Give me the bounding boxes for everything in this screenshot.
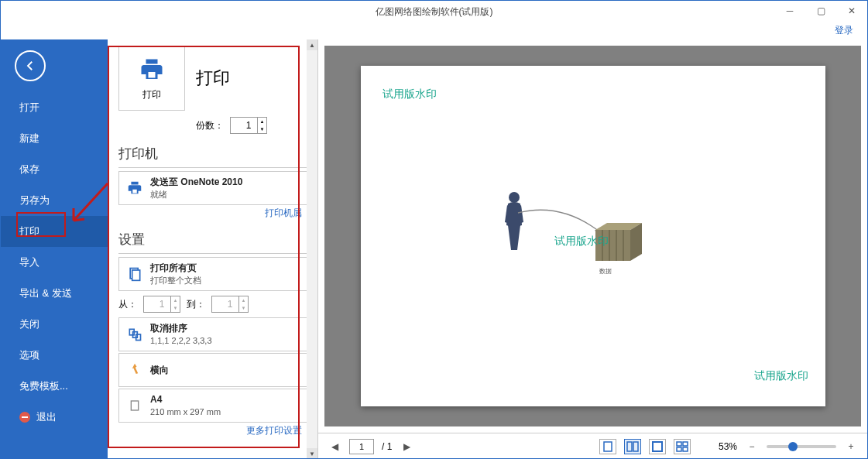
svg-rect-1 xyxy=(132,270,140,280)
sidebar-item-label: 新建 xyxy=(19,132,39,146)
server-label: 数据 xyxy=(599,267,612,276)
sidebar-item-label: 关闭 xyxy=(19,317,39,331)
collation-select[interactable]: 取消排序 1,1,1 2,2,2 3,3,3 xyxy=(118,317,310,351)
svg-rect-17 xyxy=(677,442,681,446)
maximize-button[interactable]: ▢ xyxy=(805,1,836,21)
scrollbar[interactable]: ▲ ▼ xyxy=(307,39,317,459)
page-total: / 1 xyxy=(382,441,392,452)
paper-icon xyxy=(125,396,144,415)
watermark-br: 试用版水印 xyxy=(754,369,808,383)
paper-sub: 210 mm x 297 mm xyxy=(150,406,221,418)
sidebar-item-label: 导出 & 发送 xyxy=(19,286,72,300)
svg-rect-19 xyxy=(677,447,681,451)
print-all-title: 打印所有页 xyxy=(150,262,201,275)
svg-rect-16 xyxy=(654,443,661,450)
svg-rect-12 xyxy=(604,442,612,451)
spin-up-icon[interactable]: ▲ xyxy=(238,296,248,304)
exit-icon xyxy=(19,412,30,423)
highlight-arrow-icon xyxy=(70,180,111,227)
svg-rect-13 xyxy=(627,442,632,451)
printer-small-icon xyxy=(125,179,144,197)
zoom-slider[interactable] xyxy=(767,445,836,448)
back-button[interactable] xyxy=(15,50,46,81)
orientation-title: 横向 xyxy=(150,364,169,377)
print-settings-panel: ▲ ▼ 打印 打印 份数： 1 ▲▼ 打印机 发送至 OneNote 2010 xyxy=(108,39,318,459)
next-page-button[interactable]: ▶ xyxy=(400,440,413,454)
sidebar-item-label: 导入 xyxy=(19,255,39,269)
spin-down-icon[interactable]: ▼ xyxy=(257,125,266,133)
sidebar-item-label: 退出 xyxy=(36,410,57,424)
preview-area: 试用版水印 试用版水印 试用版水印 xyxy=(324,46,861,426)
sidebar: 打开 新建 保存 另存为 打印 导入 导出 & 发送 关闭 选项 免费模板...… xyxy=(1,39,108,459)
to-label: 到： xyxy=(187,298,205,311)
main-area: 打开 新建 保存 另存为 打印 导入 导出 & 发送 关闭 选项 免费模板...… xyxy=(1,39,867,459)
preview-pane: 试用版水印 试用版水印 试用版水印 xyxy=(318,39,867,459)
copies-label: 份数： xyxy=(196,119,224,132)
sidebar-item-label: 打印 xyxy=(19,224,39,238)
watermark-mid: 试用版水印 xyxy=(554,235,609,248)
view-two-page-button[interactable] xyxy=(624,439,641,454)
from-label: 从： xyxy=(118,298,137,311)
zoom-slider-thumb[interactable] xyxy=(788,442,798,451)
sidebar-item-label: 打开 xyxy=(19,101,39,115)
collation-sub: 1,1,1 2,2,2 3,3,3 xyxy=(150,335,212,347)
sidebar-item-templates[interactable]: 免费模板... xyxy=(1,371,108,402)
sidebar-item-options[interactable]: 选项 xyxy=(1,340,108,371)
login-link[interactable]: 登录 xyxy=(835,25,853,36)
page-value: 1 xyxy=(359,442,364,451)
from-input[interactable]: 1 ▲▼ xyxy=(143,296,180,313)
print-button[interactable]: 打印 xyxy=(118,46,185,111)
print-all-pages-select[interactable]: 打印所有页 打印整个文档 xyxy=(118,257,310,291)
page-number-input[interactable]: 1 xyxy=(349,439,374,454)
copies-row: 份数： 1 ▲▼ xyxy=(196,117,310,134)
view-multi-page-button[interactable] xyxy=(674,439,691,454)
svg-rect-14 xyxy=(633,442,638,451)
paper-size-select[interactable]: A4 210 mm x 297 mm xyxy=(118,389,310,423)
more-print-settings-link[interactable]: 更多打印设置 xyxy=(246,425,302,436)
print-all-sub: 打印整个文档 xyxy=(150,275,201,286)
title-bar: 亿图网络图绘制软件(试用版) ─ ▢ ✕ xyxy=(1,1,867,22)
sidebar-item-export[interactable]: 导出 & 发送 xyxy=(1,278,108,309)
scroll-up-button[interactable]: ▲ xyxy=(307,39,317,50)
printer-properties-link[interactable]: 打印机属 xyxy=(265,207,302,218)
zoom-out-button[interactable]: − xyxy=(745,440,759,454)
to-input[interactable]: 1 ▲▼ xyxy=(211,296,249,313)
watermark-tl: 试用版水印 xyxy=(383,87,437,101)
sidebar-item-new[interactable]: 新建 xyxy=(1,123,108,154)
spin-down-icon[interactable]: ▼ xyxy=(170,304,180,312)
app-title: 亿图网络图绘制软件(试用版) xyxy=(376,5,493,19)
copies-value: 1 xyxy=(246,120,252,131)
close-button[interactable]: ✕ xyxy=(836,1,867,21)
preview-page: 试用版水印 试用版水印 试用版水印 xyxy=(361,66,825,406)
view-single-page-button[interactable] xyxy=(599,439,616,454)
spin-down-icon[interactable]: ▼ xyxy=(238,304,248,312)
printer-select[interactable]: 发送至 OneNote 2010 就绪 xyxy=(118,171,310,205)
printer-status: 就绪 xyxy=(150,189,242,200)
sidebar-item-label: 保存 xyxy=(19,163,39,176)
zoom-in-button[interactable]: + xyxy=(844,440,858,454)
sidebar-item-label: 选项 xyxy=(19,348,39,362)
page-grid-icon xyxy=(676,441,688,452)
collation-icon xyxy=(125,325,144,344)
copies-input[interactable]: 1 ▲▼ xyxy=(230,117,267,134)
view-fullpage-button[interactable] xyxy=(649,439,666,454)
sidebar-item-import[interactable]: 导入 xyxy=(1,247,108,278)
arrow-left-icon xyxy=(23,59,37,73)
paper-title: A4 xyxy=(150,393,221,406)
spin-up-icon[interactable]: ▲ xyxy=(257,118,266,125)
page-single-icon xyxy=(603,441,612,452)
settings-section-label: 设置 xyxy=(118,231,310,248)
prev-page-button[interactable]: ◀ xyxy=(328,440,341,454)
sidebar-item-exit[interactable]: 退出 xyxy=(1,402,108,433)
orientation-icon xyxy=(125,361,144,379)
scroll-down-button[interactable]: ▼ xyxy=(307,448,317,459)
window-controls: ─ ▢ ✕ xyxy=(774,1,867,21)
print-header-block: 打印 打印 xyxy=(118,46,310,111)
sidebar-item-close[interactable]: 关闭 xyxy=(1,309,108,340)
orientation-select[interactable]: 横向 xyxy=(118,353,310,387)
spin-up-icon[interactable]: ▲ xyxy=(170,296,180,304)
minimize-button[interactable]: ─ xyxy=(774,1,805,21)
zoom-percent: 53% xyxy=(719,441,737,452)
sidebar-item-label: 另存为 xyxy=(19,194,50,207)
sidebar-item-open[interactable]: 打开 xyxy=(1,92,108,123)
